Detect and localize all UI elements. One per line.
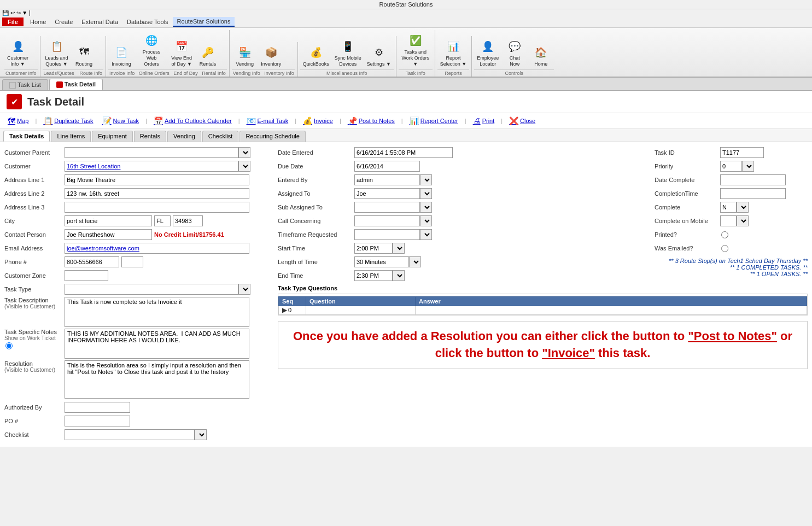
zip-input[interactable]: 34983: [173, 215, 203, 226]
ribbon-rentals[interactable]: 🔑 Rentals: [195, 42, 221, 69]
end-time-input[interactable]: 2:30 PM: [354, 270, 393, 281]
duplicate-task-button[interactable]: 📋 Duplicate Task: [40, 115, 96, 126]
complete-mobile-input[interactable]: [720, 215, 737, 226]
length-input[interactable]: 30 Minutes: [354, 256, 409, 267]
customer-input[interactable]: [65, 161, 238, 172]
print-button[interactable]: 🖨 Print: [470, 115, 498, 126]
resolution-label: Resolution: [4, 360, 65, 367]
ribbon-routing[interactable]: 🗺 Routing: [71, 42, 97, 69]
ribbon-employee-locator[interactable]: 👤 EmployeeLocator: [474, 36, 501, 69]
checklist-select[interactable]: ▼: [195, 429, 207, 440]
close-button[interactable]: ❌ Close: [506, 115, 539, 126]
ribbon-sync-mobile[interactable]: 📱 Sync MobileDevices: [332, 36, 364, 69]
ribbon-inventory[interactable]: 📦 Inventory: [258, 42, 284, 69]
menu-create[interactable]: Create: [50, 17, 77, 26]
task-type-input[interactable]: [65, 284, 238, 295]
complete-mobile-select[interactable]: ▼: [737, 215, 749, 226]
file-menu[interactable]: File: [2, 17, 24, 26]
ribbon-vending[interactable]: 🏪 Vending: [232, 42, 258, 69]
email-task-button[interactable]: 📧 E-mail Task: [243, 115, 292, 126]
completion-time-input[interactable]: [720, 188, 786, 199]
tab-task-detail[interactable]: Task Detail: [49, 79, 103, 90]
call-concerning-select[interactable]: ▼: [420, 215, 432, 226]
complete-input[interactable]: N: [720, 202, 737, 213]
ribbon-invoicing[interactable]: 📄 Invoicing: [108, 42, 135, 69]
invoice-button[interactable]: 💰 Invoice: [300, 115, 336, 126]
timeframe-input[interactable]: [354, 229, 420, 240]
ribbon-home[interactable]: 🏠 Home: [528, 42, 554, 69]
printed-radio[interactable]: [721, 231, 728, 238]
tab-rentals[interactable]: Rentals: [134, 131, 166, 142]
address2-input[interactable]: 123 nw. 16th. street: [65, 188, 249, 199]
ribbon-report[interactable]: 📊 ReportSelection ▼: [437, 36, 469, 69]
resolution-textarea[interactable]: This is the Resolution area so I simply …: [65, 360, 249, 399]
tab-task-list[interactable]: Task List: [2, 79, 48, 90]
priority-input[interactable]: 0: [720, 161, 742, 172]
assigned-to-input[interactable]: Joe: [354, 188, 420, 199]
right-panel: Date Entered 6/16/2014 1:55:08 PM Due Da…: [278, 147, 808, 442]
end-time-select[interactable]: ▼: [393, 270, 405, 281]
zone-input[interactable]: [65, 270, 108, 281]
checklist-input[interactable]: [65, 429, 195, 440]
customer-parent-input[interactable]: [65, 147, 238, 158]
priority-select[interactable]: ▼: [742, 161, 754, 172]
start-time-input[interactable]: 2:00 PM: [354, 243, 393, 254]
phone-ext-input[interactable]: [121, 256, 143, 267]
tab-checklist[interactable]: Checklist: [202, 131, 239, 142]
call-concerning-input[interactable]: [354, 215, 420, 226]
sub-assigned-select[interactable]: ▼: [420, 202, 432, 213]
task-desc-textarea[interactable]: This Task is now complete so lets Invoic…: [65, 297, 249, 327]
ribbon-process-web[interactable]: 🌐 Process WebOrders: [135, 30, 168, 68]
tab-recurring[interactable]: Reccuring Schedule: [239, 131, 305, 142]
tab-equipment[interactable]: Equipment: [92, 131, 133, 142]
task-type-select[interactable]: ▼: [238, 284, 250, 295]
task-notes-textarea[interactable]: THIS IS MY ADDITIONAL NOTES AREA. I CAN …: [65, 329, 249, 359]
ribbon-settings[interactable]: ⚙ Settings ▼: [364, 42, 394, 69]
state-input[interactable]: FL: [154, 215, 171, 226]
sub-assigned-input[interactable]: [354, 202, 420, 213]
complete-select[interactable]: ▼: [737, 202, 749, 213]
ribbon-chat[interactable]: 💬 ChatNow: [501, 36, 528, 69]
menu-home[interactable]: Home: [26, 17, 50, 26]
menu-external-data[interactable]: External Data: [77, 17, 122, 26]
po-input[interactable]: [65, 416, 130, 426]
ribbon-end-of-day[interactable]: 📅 View Endof Day ▼: [168, 36, 195, 69]
date-complete-input[interactable]: [720, 174, 786, 185]
ribbon-customer-info[interactable]: 👤 CustomerInfo ▼: [4, 36, 31, 69]
address3-input[interactable]: [65, 202, 249, 213]
seq-header: Seq: [279, 297, 306, 306]
contact-input[interactable]: Joe Runstheshow: [65, 229, 152, 240]
address1-input[interactable]: Big Movie Theatre: [65, 174, 249, 185]
phone-input[interactable]: 800-5556666: [65, 256, 119, 267]
entered-by-input[interactable]: admin: [354, 174, 420, 185]
customer-parent-select[interactable]: ▼: [238, 147, 250, 158]
assigned-to-select[interactable]: ▼: [420, 188, 432, 199]
report-center-button[interactable]: 📊 Report Center: [406, 115, 462, 126]
task-id-input[interactable]: T1177: [720, 147, 764, 158]
timeframe-select[interactable]: ▼: [420, 229, 432, 240]
ribbon-quickbooks[interactable]: 💰 QuickBooks: [300, 42, 332, 69]
length-select[interactable]: ▼: [409, 256, 421, 267]
date-entered-input[interactable]: 6/16/2014 1:55:08 PM: [354, 147, 453, 158]
ribbon-leads-quotes[interactable]: 📋 Leads andQuotes ▼: [43, 36, 71, 69]
tab-vending[interactable]: Vending: [167, 131, 201, 142]
map-button[interactable]: 🗺 Map: [4, 115, 32, 126]
email-input[interactable]: joe@westromsoftware.com: [65, 243, 249, 254]
city-input[interactable]: port st lucie: [65, 215, 152, 226]
due-date-input[interactable]: 6/16/2014: [354, 161, 420, 172]
add-outlook-button[interactable]: 📅 Add To Outlook Calender: [150, 115, 235, 126]
post-to-notes-button[interactable]: 📌 Post to Notes: [344, 115, 398, 126]
emailed-radio[interactable]: [721, 245, 728, 252]
show-on-ticket-radio[interactable]: [5, 342, 13, 349]
start-time-select[interactable]: ▼: [393, 243, 405, 254]
menu-routestar[interactable]: RouteStar Solutions: [173, 17, 235, 27]
ribbon-tasks[interactable]: ✅ Tasks andWork Orders ▼: [399, 30, 433, 68]
customer-select[interactable]: ▼: [238, 161, 250, 172]
authorized-input[interactable]: [65, 402, 130, 413]
resolution-sub: (Visible to Customer): [4, 367, 65, 373]
entered-by-select[interactable]: ▼: [420, 174, 432, 185]
tab-task-details[interactable]: Task Details: [3, 131, 50, 142]
menu-database-tools[interactable]: Database Tools: [122, 17, 173, 26]
new-task-button[interactable]: 📝 New Task: [99, 115, 142, 126]
tab-line-items[interactable]: Line Items: [51, 131, 91, 142]
